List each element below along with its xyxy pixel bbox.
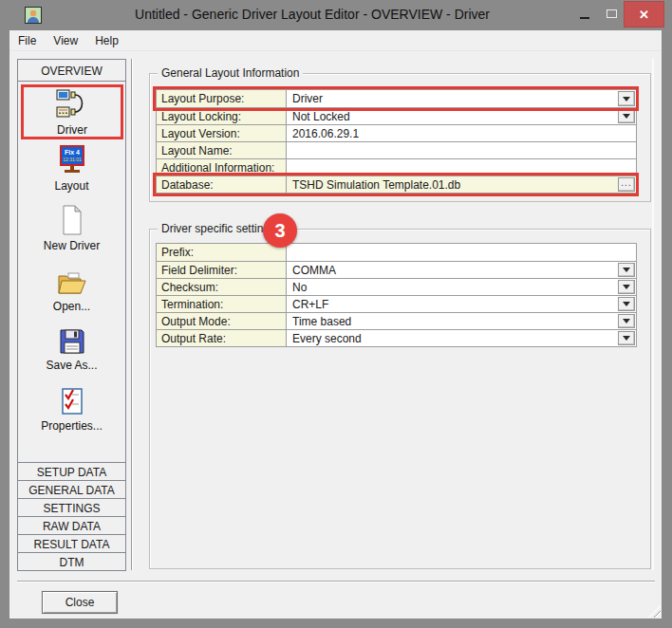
database-field[interactable]: TSHD Simulation Template.01.db...: [287, 176, 636, 193]
sidebar-item-dtm[interactable]: DTM: [17, 552, 126, 571]
table-row: Output Rate:Every second: [157, 329, 636, 346]
close-icon: ✕: [639, 9, 649, 21]
tool-label: Open...: [21, 300, 122, 314]
driver-icon: [24, 89, 121, 122]
group-title: Driver specific settings: [158, 222, 279, 235]
layout-version-label: Layout Version:: [157, 125, 287, 141]
layout-icon: Fix 412:31:01: [21, 145, 122, 178]
termination-dropdown[interactable]: CR+LF: [287, 296, 636, 312]
save-icon: [21, 328, 122, 358]
prefix-field[interactable]: [287, 244, 636, 261]
maximize-icon: [607, 9, 617, 18]
window-title: Untitled - Generic Driver Layout Editor …: [57, 7, 568, 22]
output-rate-dropdown[interactable]: Every second: [287, 330, 636, 346]
sidebar-item-result-data[interactable]: RESULT DATA: [17, 534, 126, 553]
layout-name-field[interactable]: [287, 142, 636, 158]
chevron-down-icon: [623, 336, 630, 341]
group-title: General Layout Information: [158, 66, 303, 80]
field-delimiter-label: Field Delimiter:: [157, 262, 287, 278]
prefix-label: Prefix:: [157, 244, 287, 261]
sidebar-item-raw-data[interactable]: RAW DATA: [17, 516, 126, 535]
database-label: Database:: [157, 176, 287, 193]
layout-locking-dropdown[interactable]: Not Locked: [287, 108, 636, 124]
client-area: OVERVIEW DriverFix 412:31:01LayoutNew Dr…: [9, 51, 662, 619]
tool-new-driver[interactable]: New Driver: [21, 203, 122, 249]
table-row: Prefix:: [157, 244, 636, 261]
layout-purpose-dropdown[interactable]: Driver: [287, 90, 636, 107]
tool-properties[interactable]: Properties...: [21, 385, 122, 430]
chevron-down-icon: [623, 114, 630, 119]
database-browse-button[interactable]: ...: [618, 177, 635, 192]
output-rate-dropdown-button[interactable]: [618, 331, 635, 345]
title-bar[interactable]: Untitled - Generic Driver Layout Editor …: [0, 0, 672, 30]
table-row: Field Delimiter:COMMA: [157, 261, 636, 278]
termination-label: Termination:: [157, 296, 287, 312]
checksum-dropdown[interactable]: No: [287, 279, 636, 295]
app-icon: [25, 7, 42, 24]
new-driver-icon: [21, 205, 122, 238]
additional-information-field[interactable]: [287, 159, 636, 175]
tool-layout[interactable]: Fix 412:31:01Layout: [21, 143, 122, 191]
layout-locking-dropdown-button[interactable]: [618, 109, 635, 123]
table-row: Layout Name:: [157, 141, 636, 158]
menu-view[interactable]: View: [45, 30, 86, 51]
sidebar-item-general-data[interactable]: GENERAL DATA: [17, 480, 126, 499]
overview-button[interactable]: OVERVIEW: [17, 59, 126, 82]
maximize-button[interactable]: [600, 0, 623, 28]
termination-dropdown-button[interactable]: [618, 297, 635, 311]
open-folder-icon: [21, 269, 122, 299]
chevron-down-icon: [623, 319, 630, 323]
table-row: Checksum:No: [157, 278, 636, 295]
sidebar-item-setup-data[interactable]: SETUP DATA: [17, 462, 126, 481]
table-row: Additional Information:: [157, 158, 636, 175]
resize-grip[interactable]: [648, 605, 661, 618]
menu-bar: FileViewHelp: [9, 30, 662, 51]
layout-locking-label: Layout Locking:: [157, 108, 287, 124]
tool-label: Properties...: [21, 419, 122, 434]
chevron-down-icon: [623, 268, 630, 272]
tool-driver[interactable]: Driver: [21, 84, 123, 139]
tool-open[interactable]: Open...: [21, 268, 122, 310]
general-layout-table: Layout Purpose:DriverLayout Locking:Not …: [156, 89, 637, 194]
sidebar-item-settings[interactable]: SETTINGS: [17, 498, 126, 517]
tool-label: Layout: [21, 179, 122, 194]
svg-text:12:31:01: 12:31:01: [63, 157, 82, 162]
additional-information-label: Additional Information:: [157, 159, 287, 175]
close-window-button[interactable]: ✕: [624, 1, 664, 28]
table-row: Termination:CR+LF: [157, 295, 636, 312]
driver-settings-table: Prefix:Field Delimiter:COMMAChecksum:NoT…: [156, 243, 637, 347]
checksum-label: Checksum:: [157, 279, 287, 295]
tool-label: New Driver: [21, 239, 122, 253]
output-mode-dropdown[interactable]: Time based: [287, 313, 636, 329]
layout-purpose-label: Layout Purpose:: [157, 90, 287, 107]
chevron-down-icon: [623, 302, 630, 306]
checksum-dropdown-button[interactable]: [618, 280, 635, 294]
table-row: Layout Locking:Not Locked: [157, 107, 636, 124]
output-mode-label: Output Mode:: [157, 313, 287, 329]
layout-purpose-dropdown-button[interactable]: [618, 91, 635, 106]
panel-splitter[interactable]: [131, 59, 133, 570]
svg-text:Fix 4: Fix 4: [65, 149, 80, 156]
table-row: Database:TSHD Simulation Template.01.db.…: [157, 175, 636, 193]
table-row: Output Mode:Time based: [157, 312, 636, 329]
layout-version-field[interactable]: 2016.06.29.1: [287, 125, 636, 141]
tool-label: Save As...: [21, 359, 122, 373]
annotation-badge: 3: [263, 213, 297, 248]
tool-label: Driver: [24, 123, 121, 138]
menu-help[interactable]: Help: [86, 30, 127, 51]
field-delimiter-dropdown[interactable]: COMMA: [287, 262, 636, 278]
field-delimiter-dropdown-button[interactable]: [618, 263, 635, 277]
output-mode-dropdown-button[interactable]: [618, 314, 635, 328]
output-rate-label: Output Rate:: [157, 330, 287, 346]
table-row: Layout Purpose:Driver: [157, 90, 636, 107]
panel-right-edge: [652, 59, 654, 570]
minimize-button[interactable]: [571, 0, 598, 28]
sidebar: OVERVIEW DriverFix 412:31:01LayoutNew Dr…: [17, 59, 126, 570]
menu-file[interactable]: File: [9, 30, 45, 51]
close-button[interactable]: Close: [42, 591, 118, 614]
tool-save-as[interactable]: Save As...: [21, 326, 122, 369]
ellipsis-icon: ...: [621, 178, 631, 188]
layout-name-label: Layout Name:: [157, 142, 287, 158]
chevron-down-icon: [623, 97, 630, 102]
chevron-down-icon: [623, 285, 630, 289]
